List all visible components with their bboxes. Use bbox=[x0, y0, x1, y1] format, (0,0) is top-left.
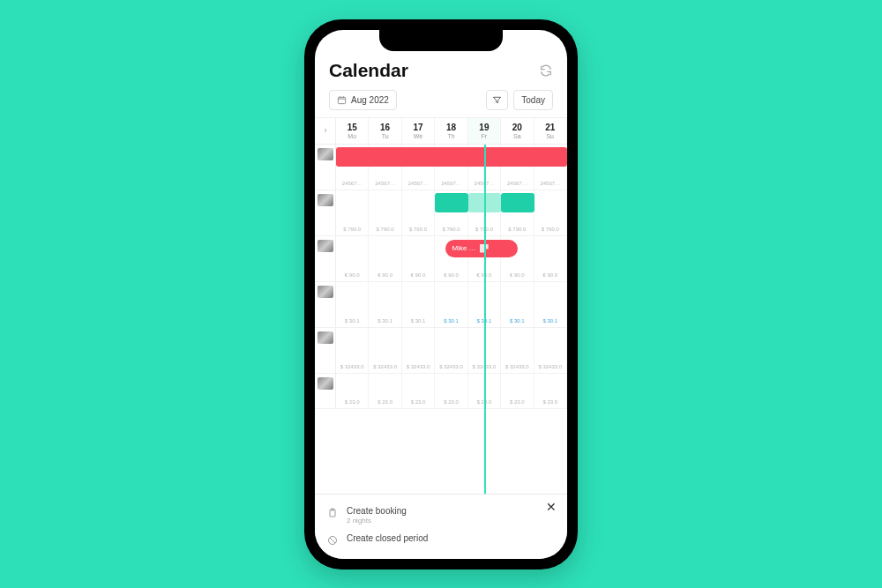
day-cell[interactable]: $ 30.1 bbox=[402, 282, 435, 327]
property-thumb bbox=[318, 194, 333, 206]
property-thumb bbox=[318, 286, 333, 298]
day-cell[interactable]: $ 23.0 bbox=[369, 374, 401, 408]
day-cell[interactable]: $ 790.0 bbox=[336, 190, 369, 235]
day-num: 17 bbox=[402, 123, 434, 132]
today-label: Today bbox=[521, 95, 545, 105]
price-label: $ 32433.0 bbox=[373, 364, 397, 370]
day-cell[interactable]: $ 23.0 bbox=[534, 374, 567, 408]
scroll-right-button[interactable] bbox=[315, 118, 336, 144]
day-cell[interactable]: € 90.0 bbox=[534, 236, 567, 281]
filter-button[interactable] bbox=[486, 90, 508, 110]
price-label: $ 790.0 bbox=[442, 227, 460, 233]
day-abbr: Mo bbox=[336, 133, 368, 139]
availability-bar[interactable] bbox=[468, 193, 501, 212]
price-label: € 90.0 bbox=[377, 272, 392, 279]
property-thumb-cell[interactable] bbox=[315, 190, 336, 235]
price-label: $ 23.0 bbox=[542, 399, 557, 406]
day-cell[interactable]: $ 32433.0 bbox=[534, 328, 567, 373]
day-cell[interactable]: $ 32433.0 bbox=[402, 328, 435, 373]
chevron-right-icon bbox=[322, 127, 329, 134]
property-thumb bbox=[318, 331, 333, 344]
day-head-20[interactable]: 20Sa bbox=[501, 118, 534, 144]
property-thumb bbox=[318, 377, 333, 390]
close-button[interactable]: ✕ bbox=[546, 500, 557, 514]
price-label: 24567… bbox=[507, 181, 527, 187]
create-booking-item[interactable]: Create booking 2 nights bbox=[327, 502, 555, 529]
day-head-19[interactable]: 19Fr bbox=[468, 118, 501, 144]
day-head-18[interactable]: 18Th bbox=[435, 118, 467, 144]
day-head-17[interactable]: 17We bbox=[402, 118, 435, 144]
price-label: 24567… bbox=[375, 181, 395, 187]
calendar-grid[interactable]: 24567…24567…24567…24567…24567…24567…2456… bbox=[315, 145, 567, 494]
day-head-21[interactable]: 21Su bbox=[534, 118, 567, 144]
day-cell[interactable]: $ 32433.0 bbox=[435, 328, 467, 373]
availability-bar[interactable] bbox=[435, 193, 467, 212]
day-cell[interactable]: $ 790.0 bbox=[402, 190, 435, 235]
day-abbr: Sa bbox=[501, 133, 533, 139]
price-label: $ 790.0 bbox=[343, 227, 361, 233]
day-cell[interactable]: $ 30.1 bbox=[501, 282, 534, 327]
day-cell[interactable]: $ 23.0 bbox=[402, 374, 435, 408]
sync-icon[interactable] bbox=[539, 63, 553, 78]
property-thumb-cell[interactable] bbox=[315, 145, 336, 190]
price-label: 24567… bbox=[408, 181, 429, 187]
day-abbr: Fr bbox=[468, 133, 500, 139]
price-label: € 90.0 bbox=[477, 272, 492, 279]
price-label: $ 23.0 bbox=[345, 399, 360, 406]
block-icon bbox=[327, 535, 338, 546]
day-cell[interactable]: $ 23.0 bbox=[501, 374, 534, 408]
property-thumb-cell[interactable] bbox=[315, 236, 336, 281]
price-label: $ 30.1 bbox=[542, 318, 557, 324]
day-cell[interactable]: € 90.0 bbox=[369, 236, 401, 281]
month-label: Aug 2022 bbox=[351, 95, 389, 105]
day-cell[interactable]: $ 790.0 bbox=[369, 190, 401, 235]
price-label: € 90.0 bbox=[510, 272, 525, 279]
booking-pill[interactable]: Mike … bbox=[445, 240, 518, 257]
price-label: 24567… bbox=[441, 181, 461, 187]
property-thumb-cell[interactable] bbox=[315, 374, 336, 408]
day-abbr: Su bbox=[534, 133, 566, 139]
day-cell[interactable]: $ 30.1 bbox=[435, 282, 467, 327]
price-label: $ 30.1 bbox=[510, 318, 525, 324]
day-cell[interactable]: $ 23.0 bbox=[468, 374, 501, 408]
day-cell[interactable]: $ 32433.0 bbox=[336, 328, 369, 373]
day-head-15[interactable]: 15Mo bbox=[336, 118, 369, 144]
day-cell[interactable]: $ 23.0 bbox=[336, 374, 369, 408]
day-cell[interactable]: € 90.0 bbox=[336, 236, 369, 281]
day-cell[interactable]: $ 32433.0 bbox=[468, 328, 501, 373]
price-label: $ 30.1 bbox=[345, 318, 360, 324]
price-label: $ 30.1 bbox=[411, 318, 426, 324]
month-picker-button[interactable]: Aug 2022 bbox=[329, 90, 397, 110]
price-label: $ 32433.0 bbox=[538, 364, 562, 370]
property-thumb-cell[interactable] bbox=[315, 282, 336, 327]
day-cell[interactable]: $ 30.1 bbox=[468, 282, 501, 327]
day-cell[interactable]: $ 23.0 bbox=[435, 374, 467, 408]
filter-icon bbox=[492, 95, 502, 105]
create-closed-label: Create closed period bbox=[347, 533, 428, 543]
price-label: $ 23.0 bbox=[444, 399, 459, 406]
phone-notch bbox=[379, 30, 503, 51]
action-sheet: ✕ Create booking 2 nights Create closed … bbox=[315, 494, 567, 559]
day-cell[interactable]: $ 790.0 bbox=[534, 190, 567, 235]
day-cell[interactable]: $ 32433.0 bbox=[501, 328, 534, 373]
price-label: $ 32433.0 bbox=[340, 364, 364, 370]
day-cell[interactable]: $ 30.1 bbox=[369, 282, 401, 327]
property-thumb-cell[interactable] bbox=[315, 328, 336, 373]
today-button[interactable]: Today bbox=[513, 90, 553, 110]
price-label: € 90.0 bbox=[345, 272, 360, 279]
price-label: $ 790.0 bbox=[508, 227, 526, 233]
price-label: $ 23.0 bbox=[411, 399, 426, 406]
day-num: 18 bbox=[435, 123, 467, 132]
day-cell[interactable]: € 90.0 bbox=[402, 236, 435, 281]
availability-bar[interactable] bbox=[336, 147, 567, 167]
availability-bar[interactable] bbox=[501, 193, 534, 212]
day-cell[interactable]: $ 30.1 bbox=[336, 282, 369, 327]
price-label: $ 23.0 bbox=[510, 399, 525, 406]
day-cell[interactable]: $ 30.1 bbox=[534, 282, 567, 327]
day-num: 20 bbox=[501, 123, 533, 132]
price-label: 24567… bbox=[540, 181, 560, 187]
price-label: $ 23.0 bbox=[477, 399, 492, 406]
create-closed-item[interactable]: Create closed period bbox=[327, 529, 555, 550]
day-head-16[interactable]: 16Tu bbox=[369, 118, 401, 144]
day-cell[interactable]: $ 32433.0 bbox=[369, 328, 401, 373]
